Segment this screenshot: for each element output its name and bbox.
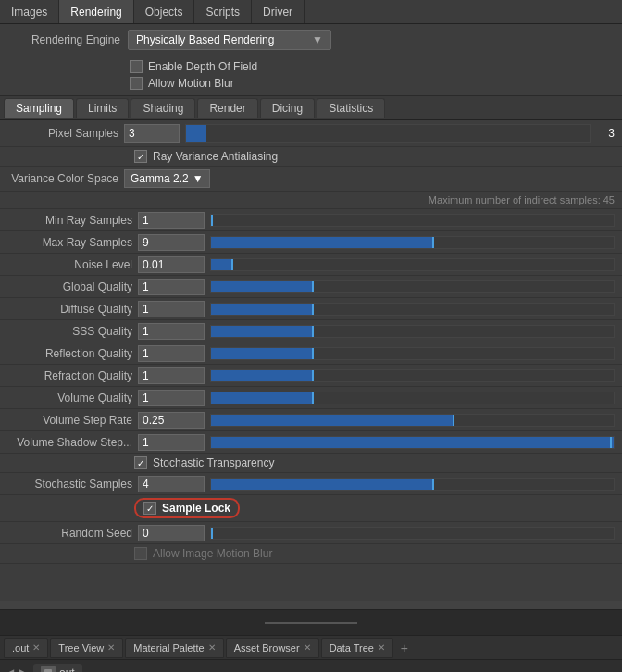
bp-tab-tree-view-close[interactable]: ✕ (107, 642, 115, 653)
reflection-quality-label: Reflection Quality (7, 347, 132, 360)
diffuse-quality-label: Diffuse Quality (7, 303, 132, 316)
top-tab-bar: Images Rendering Objects Scripts Driver (0, 0, 622, 24)
global-quality-row: Global Quality 1 (0, 276, 622, 298)
subtab-dicing[interactable]: Dicing (260, 98, 315, 118)
volume-step-rate-label: Volume Step Rate (7, 414, 132, 427)
allow-image-motion-blur-row: Allow Image Motion Blur (0, 544, 622, 564)
min-ray-samples-row: Min Ray Samples 1 (0, 209, 622, 231)
variance-cs-dropdown[interactable]: Gamma 2.2 ▼ (124, 169, 210, 188)
min-ray-samples-slider[interactable] (210, 214, 615, 227)
volume-step-rate-slider[interactable] (210, 414, 615, 427)
stochastic-samples-label: Stochastic Samples (7, 478, 132, 491)
enable-dof-label: Enable Depth Of Field (148, 60, 257, 73)
refraction-quality-label: Refraction Quality (7, 369, 132, 382)
sss-quality-row: SSS Quality 1 (0, 320, 622, 342)
volume-shadow-step-input[interactable]: 1 (138, 434, 205, 451)
engine-select[interactable]: Physically Based Rendering ▼ (128, 30, 331, 50)
subtab-statistics[interactable]: Statistics (317, 98, 385, 118)
stochastic-transparency-checkbox[interactable] (134, 456, 147, 469)
min-ray-samples-input[interactable]: 1 (138, 212, 205, 229)
stochastic-samples-slider[interactable] (210, 478, 615, 491)
sample-lock-group[interactable]: Sample Lock (134, 498, 240, 518)
stochastic-samples-row: Stochastic Samples 4 (0, 473, 622, 495)
engine-dropdown-arrow: ▼ (312, 33, 323, 46)
bp-tab-out-close[interactable]: ✕ (32, 642, 40, 653)
bp-tab-tree-view[interactable]: Tree View ✕ (50, 638, 123, 658)
status-bar (0, 609, 622, 635)
volume-shadow-step-slider[interactable] (210, 436, 615, 449)
nav-forward-button[interactable]: ▶ (19, 666, 28, 673)
tab-objects[interactable]: Objects (134, 0, 195, 23)
allow-image-motion-blur-checkbox[interactable] (134, 547, 147, 560)
status-line (265, 622, 357, 624)
sample-lock-label: Sample Lock (162, 502, 230, 515)
reflection-quality-row: Reflection Quality 1 (0, 342, 622, 365)
subtab-limits[interactable]: Limits (76, 98, 129, 118)
content-spacer (0, 564, 622, 601)
tab-images[interactable]: Images (0, 0, 59, 23)
enable-dof-checkbox[interactable] (130, 60, 143, 73)
max-ray-samples-input[interactable]: 9 (138, 234, 205, 251)
allow-motion-blur-row: Allow Motion Blur (9, 75, 613, 92)
bp-tab-data-tree[interactable]: Data Tree ✕ (321, 638, 393, 658)
refraction-quality-slider[interactable] (210, 369, 615, 382)
ray-variance-checkbox[interactable] (134, 150, 147, 163)
max-ray-samples-slider[interactable] (210, 236, 615, 249)
pixel-samples-input[interactable]: 3 (124, 124, 180, 143)
sss-quality-slider[interactable] (210, 325, 615, 338)
allow-image-motion-blur-label: Allow Image Motion Blur (153, 547, 272, 560)
ray-variance-label: Ray Variance Antialiasing (153, 150, 278, 163)
nav-out-item[interactable]: out (33, 664, 82, 673)
sample-lock-checkbox[interactable] (143, 502, 156, 515)
allow-motion-blur-label: Allow Motion Blur (148, 77, 234, 90)
sss-quality-input[interactable]: 1 (138, 323, 205, 340)
engine-label: Rendering Engine (9, 33, 120, 46)
allow-motion-blur-checkbox[interactable] (130, 77, 143, 90)
random-seed-slider[interactable] (210, 527, 615, 540)
engine-section: Rendering Engine Physically Based Render… (0, 24, 622, 56)
subtab-shading[interactable]: Shading (131, 98, 195, 118)
volume-quality-slider[interactable] (210, 392, 615, 404)
bp-tab-data-tree-close[interactable]: ✕ (378, 642, 385, 653)
reflection-quality-slider[interactable] (210, 347, 615, 360)
bp-tab-asset-browser-close[interactable]: ✕ (304, 642, 311, 653)
tab-driver[interactable]: Driver (252, 0, 305, 23)
bp-tab-material-palette[interactable]: Material Palette ✕ (125, 638, 223, 658)
tab-rendering[interactable]: Rendering (59, 0, 133, 23)
bp-tab-asset-browser[interactable]: Asset Browser ✕ (226, 638, 319, 658)
pixel-samples-slider[interactable] (185, 124, 591, 143)
bottom-panel-tabs: .out ✕ Tree View ✕ Material Palette ✕ As… (0, 635, 622, 659)
subtab-sampling[interactable]: Sampling (4, 98, 74, 118)
reflection-quality-input[interactable]: 1 (138, 345, 205, 362)
global-quality-input[interactable]: 1 (138, 279, 205, 295)
diffuse-quality-input[interactable]: 1 (138, 301, 205, 317)
tab-scripts[interactable]: Scripts (194, 0, 252, 23)
refraction-quality-input[interactable]: 1 (138, 367, 205, 384)
sample-lock-row: Sample Lock (0, 495, 622, 522)
subtab-render[interactable]: Render (197, 98, 257, 118)
nav-back-button[interactable]: ◀ (6, 666, 14, 673)
diffuse-quality-slider[interactable] (210, 303, 615, 316)
bp-tab-out[interactable]: .out ✕ (4, 638, 48, 658)
noise-level-row: Noise Level 0.01 (0, 254, 622, 276)
volume-quality-row: Volume Quality 1 (0, 387, 622, 409)
bp-tab-material-palette-close[interactable]: ✕ (208, 642, 216, 653)
variance-cs-row: Variance Color Space Gamma 2.2 ▼ (0, 167, 622, 192)
volume-step-rate-row: Volume Step Rate 0.25 (0, 409, 622, 431)
volume-quality-input[interactable]: 1 (138, 390, 205, 406)
global-quality-slider[interactable] (210, 280, 615, 293)
noise-level-slider[interactable] (210, 258, 615, 271)
sub-tab-bar: Sampling Limits Shading Render Dicing St… (0, 96, 622, 120)
add-panel-tab-button[interactable]: + (395, 639, 414, 657)
volume-step-rate-input[interactable]: 0.25 (138, 412, 205, 429)
nav-out-label: out (59, 666, 75, 673)
max-ray-samples-row: Max Ray Samples 9 (0, 231, 622, 254)
random-seed-input[interactable]: 0 (138, 525, 205, 541)
pixel-samples-label: Pixel Samples (7, 127, 118, 140)
volume-quality-label: Volume Quality (7, 392, 132, 404)
diffuse-quality-row: Diffuse Quality 1 (0, 298, 622, 320)
random-seed-label: Random Seed (7, 527, 132, 540)
noise-level-input[interactable]: 0.01 (138, 256, 205, 273)
enable-dof-row: Enable Depth Of Field (9, 58, 613, 75)
stochastic-samples-input[interactable]: 4 (138, 476, 205, 492)
